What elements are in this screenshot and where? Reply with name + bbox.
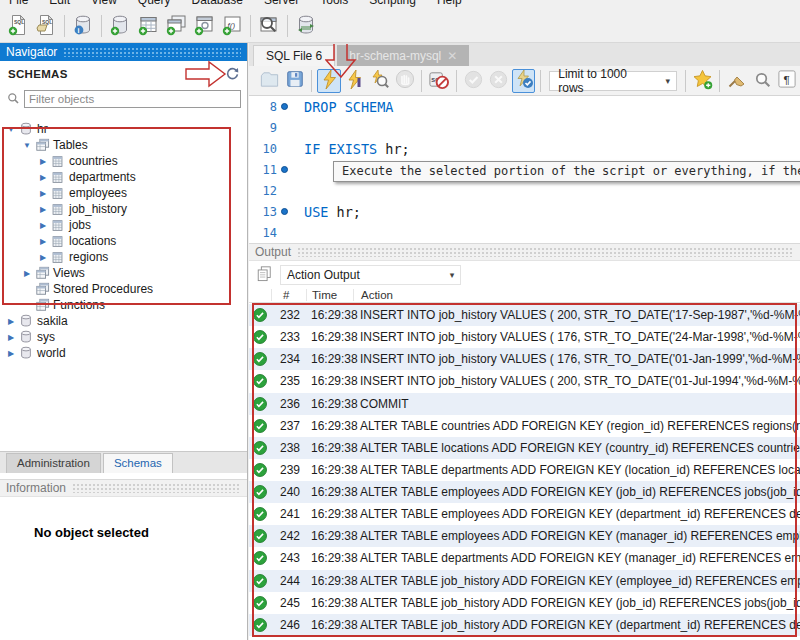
editor-line-8[interactable]: 8DROP SCHEMA [249,96,800,117]
menu-scripting[interactable]: Scripting [369,0,416,9]
chevron-right-icon[interactable]: ▶ [38,205,48,214]
menu-database[interactable]: Database [192,0,243,9]
output-row-236[interactable]: 23616:29:38COMMIT [249,393,800,415]
beautify-script-button[interactable] [725,69,748,93]
output-view-selector[interactable]: Action Output ▾ [280,265,461,285]
tree-item-locations[interactable]: ▶locations [0,233,247,249]
stop-query-button[interactable] [393,69,416,93]
tree-item-sakila[interactable]: ▶sakila [0,313,247,329]
tab-hr-schema-mysql[interactable]: hr-schema-mysql ✕ [337,45,469,66]
menu-server[interactable]: Server [264,0,299,9]
search-data-button[interactable] [255,12,283,40]
tree-item-stored-procedures[interactable]: Stored Procedures [0,281,247,297]
find-button[interactable] [751,69,774,93]
rollback-button[interactable] [487,69,510,93]
create-function-button[interactable]: f() [218,12,246,40]
output-row-244[interactable]: 24416:29:38ALTER TABLE job_history ADD F… [249,570,800,592]
output-row-233[interactable]: 23316:29:38INSERT INTO job_history VALUE… [249,326,800,348]
tree-item-countries[interactable]: ▶countries [0,153,247,169]
output-row-238[interactable]: 23816:29:38ALTER TABLE locations ADD FOR… [249,437,800,459]
output-row-241[interactable]: 24116:29:38ALTER TABLE employees ADD FOR… [249,503,800,525]
success-check-icon [249,574,271,588]
create-schema-button[interactable] [106,12,134,40]
chevron-right-icon[interactable]: ▶ [38,157,48,166]
editor-line-9[interactable]: 9 [249,117,800,138]
output-title: Output [255,245,291,259]
output-row-242[interactable]: 24216:29:38ALTER TABLE employees ADD FOR… [249,525,800,547]
output-row-time: 16:29:38 [306,419,353,433]
output-row-237[interactable]: 23716:29:38ALTER TABLE countries ADD FOR… [249,415,800,437]
save-snippet-button[interactable] [691,69,714,93]
editor-line-10[interactable]: 10IF EXISTS hr; [249,138,800,159]
save-script-button[interactable] [283,69,306,93]
chevron-right-icon[interactable]: ▶ [38,221,48,230]
output-row-234[interactable]: 23416:29:38INSERT INTO job_history VALUE… [249,348,800,370]
tab-schemas[interactable]: Schemas [103,453,173,473]
create-procedure-button[interactable] [190,12,218,40]
tab-sql-file-6[interactable]: SQL File 6 [253,45,335,66]
chevron-down-icon[interactable]: ▼ [6,125,16,134]
refresh-schemas-icon[interactable] [225,66,241,82]
menu-query[interactable]: Query [138,0,171,9]
tree-item-sys[interactable]: ▶sys [0,329,247,345]
commit-button[interactable] [462,69,485,93]
tree-item-world[interactable]: ▶world [0,345,247,361]
tree-item-hr[interactable]: ▼hr [0,121,247,137]
navigator-tabbar: Administration Schemas [0,451,247,473]
editor-line-12[interactable]: 12 [249,180,800,201]
schema-inspector-button[interactable]: i [69,12,97,40]
output-row-232[interactable]: 23216:29:38INSERT INTO job_history VALUE… [249,304,800,326]
output-row-239[interactable]: 23916:29:38ALTER TABLE departments ADD F… [249,459,800,481]
chevron-right-icon[interactable]: ▶ [38,189,48,198]
table-icon [51,218,66,232]
chevron-right-icon[interactable]: ▶ [38,253,48,262]
create-view-button[interactable] [162,12,190,40]
new-sql-file-button[interactable]: SQL [4,12,32,40]
reconnect-db-button[interactable] [292,12,320,40]
editor-line-13[interactable]: 13USE hr; [249,201,800,222]
output-row-246[interactable]: 24616:29:38ALTER TABLE job_history ADD F… [249,614,800,636]
close-tab-icon[interactable]: ✕ [447,49,457,63]
tree-item-departments[interactable]: ▶departments [0,169,247,185]
chevron-right-icon[interactable]: ▶ [6,333,16,342]
limit-rows-dropdown[interactable]: Limit to 1000 rows▾ [549,71,677,91]
explain-statement-button[interactable] [368,69,391,93]
chevron-right-icon[interactable]: ▶ [6,317,16,326]
execute-current-statement-button[interactable] [343,69,366,93]
menu-view[interactable]: View [91,0,117,9]
chevron-right-icon[interactable]: ▶ [38,237,48,246]
tree-item-views[interactable]: ▶Views [0,265,247,281]
tree-item-functions[interactable]: Functions [0,297,247,313]
chevron-right-icon[interactable]: ▶ [38,173,48,182]
sql-code-editor[interactable]: 8DROP SCHEMA910IF EXISTS hr;11 CREATE SC… [249,96,800,243]
create-table-button[interactable] [134,12,162,40]
open-script-button[interactable] [258,69,281,93]
toggle-invisibles-button[interactable]: ¶ [776,69,799,93]
execute-script-button[interactable] [317,69,340,93]
menu-bar: FileEditViewQueryDatabaseServerToolsScri… [0,0,800,10]
menu-edit[interactable]: Edit [49,0,70,9]
output-row-240[interactable]: 24016:29:38ALTER TABLE employees ADD FOR… [249,481,800,503]
open-sql-file-button[interactable]: SQL [32,12,60,40]
tree-item-jobs[interactable]: ▶jobs [0,217,247,233]
stop-on-error-toggle[interactable]: SQL [427,69,450,93]
filter-objects-input[interactable] [24,90,241,108]
menu-file[interactable]: File [9,0,28,9]
chevron-right-icon[interactable]: ▶ [6,349,16,358]
menu-tools[interactable]: Tools [320,0,348,9]
output-row-235[interactable]: 23516:29:38INSERT INTO job_history VALUE… [249,370,800,392]
output-row-243[interactable]: 24316:29:38ALTER TABLE departments ADD F… [249,547,800,569]
information-panel: No object selected [0,497,247,640]
chevron-down-icon[interactable]: ▼ [22,141,32,150]
tree-item-job_history[interactable]: ▶job_history [0,201,247,217]
menu-help[interactable]: Help [437,0,462,9]
tab-administration[interactable]: Administration [6,453,101,473]
auto-commit-toggle[interactable] [512,69,535,93]
output-row-245[interactable]: 24516:29:38ALTER TABLE job_history ADD F… [249,592,800,614]
tree-item-regions[interactable]: ▶regions [0,249,247,265]
tree-item-employees[interactable]: ▶employees [0,185,247,201]
rollback-icon [489,70,508,92]
chevron-right-icon[interactable]: ▶ [22,269,32,278]
editor-line-14[interactable]: 14 [249,222,800,243]
tree-item-tables[interactable]: ▼Tables [0,137,247,153]
